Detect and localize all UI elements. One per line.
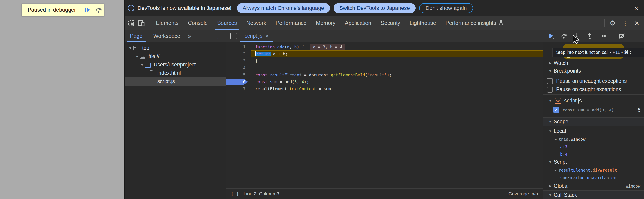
pause-uncaught-label: Pause on uncaught exceptions [556,78,627,84]
scope-script-group[interactable]: Script [543,158,644,166]
pause-caught-checkbox[interactable] [547,87,553,93]
gear-icon[interactable] [606,19,619,27]
tab-console[interactable]: Console [183,16,212,30]
code-text[interactable]: } [251,57,543,64]
code-text[interactable]: const resultElement = document.getElemen… [251,71,543,78]
deactivate-breakpoints-button[interactable] [618,33,625,40]
step-over-button[interactable] [560,33,567,39]
dont-show-again-button[interactable]: Don't show again [419,3,473,13]
section-breakpoints[interactable]: Breakpoints [543,67,644,75]
kebab-menu-icon[interactable] [619,19,632,27]
tab-sources[interactable]: Sources [212,16,242,30]
code-line-6[interactable]: 6const sum = add(3, 4); [226,78,543,85]
line-number-4[interactable]: 4 [226,64,251,71]
step-out-button[interactable] [586,33,593,39]
collapsed-arrow-icon[interactable] [547,61,553,65]
navigator-kebab-icon[interactable] [215,32,221,40]
pause-uncaught-checkbox[interactable] [547,78,553,84]
expanded-arrow-icon[interactable] [547,69,553,73]
expanded-arrow-icon[interactable] [547,99,553,103]
expanded-arrow-icon[interactable] [547,120,553,124]
tab-label: Lighthouse [410,20,436,26]
code-text[interactable]: resultElement.textContent = sum; [251,85,543,92]
code-line-2[interactable]: 2return a + b; [226,50,543,57]
expand-arrow-icon[interactable] [139,63,145,67]
scope-var-sum[interactable]: sum: <value unavailable> [543,174,644,181]
tab-application[interactable]: Application [340,16,376,30]
tree-item-index-html[interactable]: index.html [124,69,226,77]
tab-workspace[interactable]: Workspace [148,30,186,42]
line-number-1[interactable]: 1 [226,44,251,50]
toggle-navigator-icon[interactable] [230,33,237,39]
close-icon[interactable] [632,19,642,28]
tab-performance-insights[interactable]: Performance insights [441,16,508,30]
section-call-stack[interactable]: Call Stack [543,190,644,199]
tree-item-script-js[interactable]: script.js [124,77,226,86]
scope-var-b[interactable]: b: 4 [543,150,644,158]
line-number-3[interactable]: 3 [226,57,251,64]
device-toolbar-icon[interactable] [138,19,145,27]
tab-memory[interactable]: Memory [311,16,340,30]
expanded-arrow-icon[interactable] [547,160,553,164]
scope-global-group[interactable]: Global Window [543,181,644,190]
line-number-5[interactable]: 5 [226,71,251,78]
breakpoint-file-group[interactable]: script.js [543,96,644,106]
pretty-print-icon[interactable]: { } [231,191,239,196]
collapsed-arrow-icon[interactable] [553,168,558,172]
cloud-icon [140,54,146,59]
more-tabs-icon[interactable]: » [186,33,194,40]
code-text[interactable]: const sum = add(3, 4); [251,78,543,85]
switch-devtools-japanese-button[interactable]: Switch DevTools to Japanese [334,3,416,13]
toolbar-divider [604,19,605,27]
tab-page[interactable]: Page [124,30,148,42]
expand-arrow-icon[interactable] [128,46,133,50]
page-frame-icon [133,46,139,50]
always-match-language-button[interactable]: Always match Chrome's language [237,3,330,13]
section-watch[interactable]: Watch [543,59,644,67]
tree-item-top[interactable]: top [124,44,226,52]
notification-close-icon[interactable]: × [634,4,638,12]
collapsed-arrow-icon[interactable] [553,137,558,141]
code-text[interactable]: function add(a, b) {a = 3, b = 4 [251,44,543,50]
code-editor[interactable]: 1function add(a, b) {a = 3, b = 42return… [226,42,543,188]
line-number-7[interactable]: 7 [226,85,251,92]
code-line-1[interactable]: 1function add(a, b) {a = 3, b = 4 [226,44,543,50]
breakpoint-checkbox[interactable] [553,107,559,113]
expanded-arrow-icon[interactable] [547,193,553,197]
step-over-button-overlay[interactable] [93,4,104,16]
scope-var-this[interactable]: this: Window [543,135,644,143]
step-button[interactable] [599,33,606,39]
resume-script-button[interactable] [82,4,93,16]
tab-elements[interactable]: Elements [151,16,183,30]
resume-button[interactable] [548,33,554,39]
breakpoint-entry[interactable]: const sum = add(3, 4); 6 [543,106,644,114]
tab-network[interactable]: Network [242,16,271,30]
close-tab-icon[interactable]: × [266,33,269,39]
pause-uncaught-option[interactable]: Pause on uncaught exceptions [543,77,644,86]
line-number-2[interactable]: 2 [226,50,251,57]
code-line-4[interactable]: 4 [226,64,543,71]
collapsed-arrow-icon[interactable] [547,184,553,188]
tree-item-file-protocol[interactable]: file:// [124,52,226,61]
tab-performance[interactable]: Performance [271,16,311,30]
editor-tab-script-js[interactable]: script.js × [240,30,273,42]
line-number-6[interactable]: 6 [226,78,251,85]
tab-security[interactable]: Security [376,16,405,30]
code-text[interactable] [251,64,543,71]
code-line-5[interactable]: 5const resultElement = document.getEleme… [226,71,543,78]
expand-arrow-icon[interactable] [134,55,140,58]
paused-in-debugger-banner: Paused in debugger [22,4,104,16]
section-scope[interactable]: Scope [543,117,644,126]
inspect-element-icon[interactable] [128,19,135,27]
tree-item-project-folder[interactable]: Users/user/project [124,61,226,69]
scope-local-group[interactable]: Local [543,127,644,135]
code-token: = sum; [316,86,333,91]
scope-var-result-element[interactable]: resultElement: div#result [543,166,644,174]
expanded-arrow-icon[interactable] [547,129,553,133]
pause-caught-option[interactable]: Pause on caught exceptions [543,86,644,95]
scope-var-a[interactable]: a: 3 [543,143,644,150]
code-text[interactable]: return a + b; [251,50,543,57]
code-line-7[interactable]: 7resultElement.textContent = sum; [226,85,543,92]
code-line-3[interactable]: 3} [226,57,543,64]
tab-lighthouse[interactable]: Lighthouse [405,16,440,30]
